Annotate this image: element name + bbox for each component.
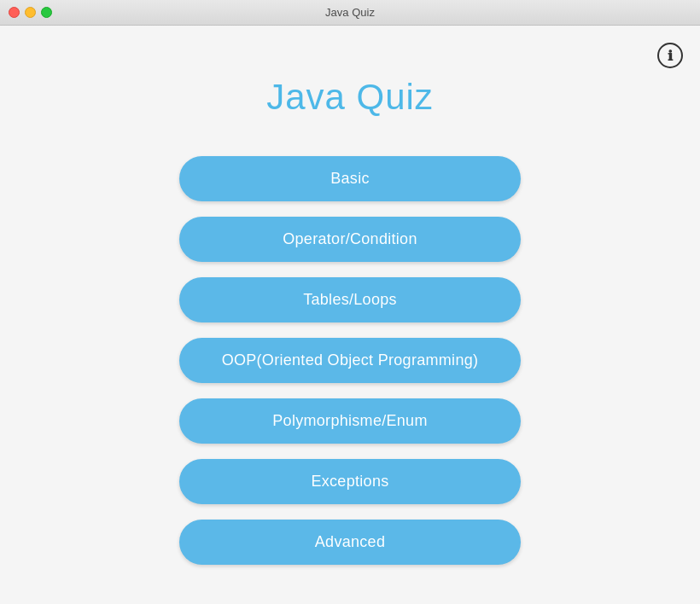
minimize-button[interactable] (25, 7, 36, 18)
quiz-button-tables-loops[interactable]: Tables/Loops (179, 277, 521, 322)
quiz-button-advanced[interactable]: Advanced (179, 520, 521, 565)
close-button[interactable] (9, 7, 20, 18)
info-button[interactable]: ℹ (657, 43, 683, 68)
window-title: Java Quiz (325, 6, 375, 19)
quiz-button-exceptions[interactable]: Exceptions (179, 459, 521, 504)
quiz-button-oop[interactable]: OOP(Oriented Object Programming) (179, 338, 521, 383)
quiz-button-polymorphisme-enum[interactable]: Polymorphisme/Enum (179, 398, 521, 444)
quiz-button-basic[interactable]: Basic (179, 156, 521, 201)
app-title: Java Quiz (266, 77, 434, 118)
title-bar: Java Quiz (0, 0, 700, 26)
info-icon: ℹ (668, 48, 673, 64)
quiz-buttons-container: BasicOperator/ConditionTables/LoopsOOP(O… (0, 156, 700, 565)
maximize-button[interactable] (41, 7, 52, 18)
title-bar-buttons (9, 7, 52, 18)
main-content: ℹ Java Quiz BasicOperator/ConditionTable… (0, 26, 700, 604)
quiz-button-operator-condition[interactable]: Operator/Condition (179, 217, 521, 262)
